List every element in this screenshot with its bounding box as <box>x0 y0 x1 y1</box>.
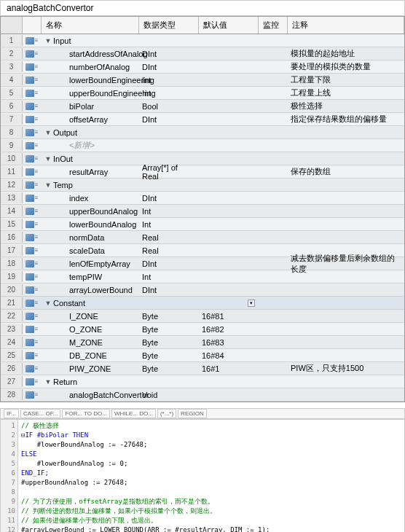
toolbar-button[interactable]: CASE... OF... <box>20 409 61 418</box>
type-cell[interactable] <box>139 302 199 305</box>
code-line[interactable]: // 如果传进偏移量小于数组的下限，也退出。 <box>21 516 401 525</box>
default-cell[interactable] <box>199 223 259 226</box>
default-cell[interactable] <box>199 92 259 95</box>
table-row[interactable]: 15≡lowerBoundAnalogInt <box>1 218 404 231</box>
table-row[interactable]: 7≡offsetArrayDInt指定保存结果数组的偏移量 <box>1 113 404 126</box>
table-row[interactable]: 11≡resultArrayArray[*] of Real保存的数组 <box>1 165 404 179</box>
tree-toggle-icon[interactable]: ▼ <box>44 181 52 189</box>
comment-cell[interactable] <box>288 39 404 42</box>
default-cell[interactable] <box>199 52 259 55</box>
table-row[interactable]: 10≡▼InOut <box>1 152 404 165</box>
comment-cell[interactable] <box>288 275 404 278</box>
default-cell[interactable] <box>199 197 259 200</box>
default-cell[interactable] <box>199 66 259 69</box>
toolbar-button[interactable]: WHILE... DO... <box>111 409 156 418</box>
table-row[interactable]: 8≡▼Output <box>1 126 404 139</box>
default-cell[interactable] <box>199 131 259 134</box>
code-line[interactable]: #arrayLowerBound := LOWER_BOUND(ARR := #… <box>21 525 401 532</box>
table-row[interactable]: 25≡DB_ZONEByte16#84 <box>1 349 404 362</box>
col-type-header[interactable]: 数据类型 <box>139 17 199 34</box>
table-row[interactable]: 2≡startAddressOfAnalogDInt模拟量的起始地址 <box>1 47 404 60</box>
type-cell[interactable]: Int <box>139 271 199 283</box>
table-row[interactable]: 4≡lowerBoundEngineeringInt工程量下限 <box>1 74 404 87</box>
comment-cell[interactable]: 工程量上线 <box>288 86 404 100</box>
type-cell[interactable]: Real <box>139 232 199 243</box>
comment-cell[interactable] <box>288 210 404 213</box>
table-row[interactable]: 27≡▼Return <box>1 375 404 388</box>
table-row[interactable]: 3≡numberOfAnalogDInt要处理的模拟类的数量 <box>1 60 404 74</box>
comment-cell[interactable]: 工程量下限 <box>288 73 404 87</box>
toolbar-button[interactable]: FOR... TO DO... <box>62 409 110 418</box>
type-cell[interactable]: Int <box>139 219 199 230</box>
comment-cell[interactable] <box>288 354 404 357</box>
table-row[interactable]: 18≡lenOfEmptyArrayDInt减去数据偏移量后剩余数组的长度 <box>1 257 404 270</box>
table-row[interactable]: 12≡▼Temp <box>1 179 404 192</box>
comment-cell[interactable]: PIW区，只支持1500 <box>288 361 404 375</box>
default-cell[interactable]: 16#81 <box>199 310 259 322</box>
table-row[interactable]: 5≡upperBoundEngineeringInt工程量上线 <box>1 87 404 100</box>
code-lines[interactable]: // 极性选择⊟IF #biPolar THEN #lowerBoundAnal… <box>18 420 404 532</box>
type-cell[interactable] <box>139 380 199 383</box>
tree-toggle-icon[interactable]: ▼ <box>44 378 52 386</box>
comment-cell[interactable]: 极性选择 <box>288 99 404 113</box>
type-cell[interactable] <box>139 131 199 134</box>
type-cell[interactable]: Byte <box>139 350 199 361</box>
comment-cell[interactable] <box>288 302 404 305</box>
code-line[interactable]: ELSE <box>21 450 401 459</box>
comment-cell[interactable] <box>288 394 404 396</box>
code-line[interactable]: ⊟IF #biPolar THEN <box>21 431 401 440</box>
comment-cell[interactable] <box>288 144 404 147</box>
type-cell[interactable]: DInt <box>139 258 199 270</box>
col-comment-header[interactable]: 注释 <box>288 17 404 34</box>
default-cell[interactable] <box>199 380 259 383</box>
code-line[interactable]: // 判断传进的数组加上偏移量，如果小于模拟量个个数，则退出。 <box>21 506 401 516</box>
name-cell[interactable]: lowerBoundEngineering <box>42 74 139 86</box>
code-line[interactable]: // 为了方便使用，offsetArray是指数组的索引，而不是个数。 <box>21 497 401 506</box>
name-cell[interactable]: I_ZONE <box>42 310 139 322</box>
type-cell[interactable]: Int <box>139 206 199 217</box>
name-cell[interactable]: biPolar <box>42 101 139 112</box>
comment-cell[interactable] <box>288 197 404 200</box>
name-cell[interactable]: arrayLowerBound <box>42 284 139 296</box>
table-row[interactable]: 1≡▼Input <box>1 34 404 47</box>
default-cell[interactable] <box>199 144 259 147</box>
default-cell[interactable]: 16#1 <box>199 363 259 375</box>
name-cell[interactable]: O_ZONE <box>42 324 139 335</box>
code-line[interactable]: #upperBoundAnalog := 27648; <box>21 478 401 488</box>
type-cell[interactable]: DInt <box>139 192 199 204</box>
type-cell[interactable]: Real <box>139 245 199 257</box>
default-cell[interactable] <box>199 210 259 213</box>
name-cell[interactable]: index <box>42 192 139 204</box>
type-cell[interactable]: Int <box>139 74 199 86</box>
table-row[interactable]: 16≡normDataReal <box>1 231 404 244</box>
comment-cell[interactable]: 要处理的模拟类的数量 <box>288 60 404 74</box>
table-row[interactable]: 24≡M_ZONEByte16#83 <box>1 336 404 349</box>
toolbar-button[interactable]: (*...*) <box>157 409 176 418</box>
comment-cell[interactable] <box>288 223 404 226</box>
type-cell[interactable]: DInt <box>139 61 199 73</box>
type-cell[interactable]: Byte <box>139 337 199 348</box>
toolbar-button[interactable]: IF... <box>4 409 19 418</box>
dropdown-icon[interactable]: ▾ <box>248 300 255 307</box>
name-cell[interactable]: ▼Output <box>42 127 139 138</box>
col-watch-header[interactable]: 监控 <box>259 17 288 34</box>
code-line[interactable] <box>21 488 401 497</box>
table-row[interactable]: 13≡indexDInt <box>1 192 404 205</box>
name-cell[interactable]: <新增> <box>42 138 139 152</box>
name-cell[interactable]: ▼Constant <box>42 297 139 309</box>
table-row[interactable]: 28≡analogBatchConvertorVoid <box>1 388 404 402</box>
type-cell[interactable] <box>139 184 199 187</box>
name-cell[interactable]: numberOfAnalog <box>42 61 139 73</box>
name-cell[interactable]: offsetArray <box>42 114 139 125</box>
comment-cell[interactable] <box>288 184 404 187</box>
comment-cell[interactable]: 减去数据偏移量后剩余数组的长度 <box>288 251 404 276</box>
comment-cell[interactable] <box>288 380 404 383</box>
type-cell[interactable]: Byte <box>139 363 199 375</box>
type-cell[interactable] <box>139 144 199 147</box>
comment-cell[interactable] <box>288 341 404 344</box>
tree-toggle-icon[interactable]: ▼ <box>44 129 52 136</box>
default-cell[interactable] <box>199 157 259 160</box>
default-cell[interactable] <box>199 289 259 292</box>
default-cell[interactable] <box>199 39 259 42</box>
default-cell[interactable] <box>199 236 259 239</box>
